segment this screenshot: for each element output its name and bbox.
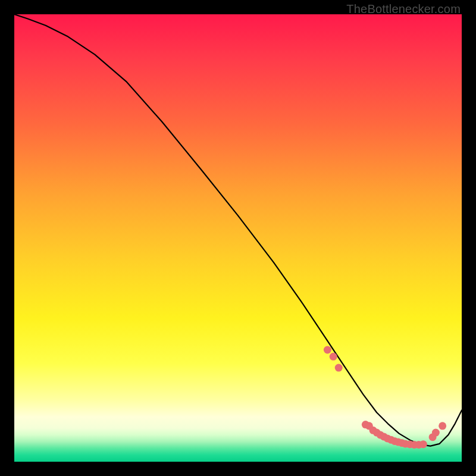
curve-line bbox=[14, 14, 462, 446]
chart-frame: TheBottlenecker.com bbox=[0, 0, 476, 476]
highlight-dot bbox=[330, 353, 337, 361]
watermark-text: TheBottlenecker.com bbox=[346, 2, 461, 16]
highlight-dot bbox=[324, 346, 331, 354]
highlight-dot bbox=[335, 364, 343, 372]
chart-svg bbox=[14, 14, 462, 462]
chart-plot-area bbox=[14, 14, 462, 462]
highlight-dot bbox=[432, 429, 440, 437]
highlight-dot bbox=[439, 422, 446, 430]
highlight-dot bbox=[419, 440, 427, 448]
